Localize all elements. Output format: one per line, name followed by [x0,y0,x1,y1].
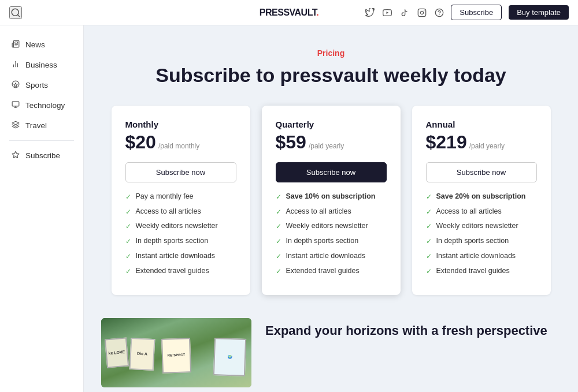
check-icon: ✓ [276,222,281,232]
svg-marker-2 [387,11,389,13]
feature-text: Weekly editors newsletter [136,221,218,232]
youtube-icon[interactable] [383,8,392,17]
feature-text: Access to all articles [286,207,351,217]
bottom-section-title: Expand your horizons with a fresh perspe… [265,323,561,339]
sidebar-item-travel[interactable]: Travel [0,115,83,136]
plan-price-row-quarterly: $59 /paid yearly [276,132,387,153]
feature-text: Pay a monthly fee [136,192,194,202]
feature-item: ✓Access to all articles [125,207,236,217]
instagram-icon[interactable] [417,8,427,17]
check-icon: ✓ [426,222,432,232]
feature-item: ✓Weekly editors newsletter [125,221,236,232]
feature-list-annual: ✓Save 20% on subscription ✓Access to all… [426,192,537,277]
twitter-icon[interactable] [365,8,375,17]
pricing-card-monthly: Monthly $20 /paid monthly Subscribe now … [112,106,250,295]
feature-text: Weekly editors newsletter [286,221,368,232]
subscribe-monthly-button[interactable]: Subscribe now [125,162,236,182]
feature-text: Instant article downloads [436,251,516,262]
plan-price-row-monthly: $20 /paid monthly [125,132,236,153]
feature-item: ✓Weekly editors newsletter [276,221,387,232]
feature-text: Access to all articles [136,207,201,217]
feature-text: Weekly editors newsletter [436,221,518,232]
logo-container: PRESSVAULT. [260,8,318,18]
feature-item: ✓Extended travel guides [276,266,387,277]
feature-text-bold: Save 20% on subscription [436,192,526,202]
check-icon: ✓ [125,252,131,262]
subscribe-annual-button[interactable]: Subscribe now [426,162,537,182]
plan-name-quarterly: Quarterly [276,120,387,129]
feature-item: ✓Extended travel guides [426,266,537,277]
business-icon [12,60,20,70]
feature-text: In depth sports section [436,236,509,247]
feature-item: ✓Instant article downloads [276,251,387,262]
svg-marker-14 [12,151,19,158]
plan-price-row-annual: $219 /paid yearly [426,132,537,153]
sidebar-item-travel-label: Travel [25,121,47,130]
plan-period-monthly: /paid monthly [158,142,199,150]
feature-text: Extended travel guides [286,266,360,277]
sidebar-item-news[interactable]: News [0,35,83,55]
search-button[interactable] [9,6,22,19]
plan-name-annual: Annual [426,120,537,129]
travel-icon [12,121,20,130]
social-icons [365,8,444,17]
feature-item: ✓In depth sports section [276,236,387,247]
subscribe-quarterly-button[interactable]: Subscribe now [276,162,387,182]
news-icon [12,40,20,50]
sidebar-item-technology[interactable]: Technology [0,95,83,115]
feature-item: ✓Pay a monthly fee [125,192,236,202]
check-icon: ✓ [276,267,281,277]
sidebar-item-business[interactable]: Business [0,55,83,75]
sidebar-divider [9,140,74,141]
sidebar-item-news-label: News [25,40,45,49]
check-icon: ✓ [426,237,432,247]
pricing-cards: Monthly $20 /paid monthly Subscribe now … [101,106,561,295]
feature-item: ✓Save 10% on subscription [276,192,387,202]
check-icon: ✓ [276,192,281,202]
pricing-label: Pricing [101,48,561,58]
pricing-card-quarterly: Quarterly $59 /paid yearly Subscribe now… [262,106,401,295]
bottom-section: ke LOVE Die A RE:SPECT 🌍 Expand your hor… [84,318,578,392]
layout: News Business Sports Technology Travel [0,25,578,392]
feature-item: ✓Extended travel guides [125,266,236,277]
feature-item: ✓Access to all articles [426,207,537,217]
check-icon: ✓ [125,222,131,232]
sidebar-item-business-label: Business [25,61,57,69]
plan-price-quarterly: $59 [276,132,306,153]
check-icon: ✓ [276,252,281,262]
feature-item: ✓Instant article downloads [125,251,236,262]
sidebar: News Business Sports Technology Travel [0,25,84,392]
svg-rect-11 [12,102,19,106]
technology-icon [12,100,20,110]
plan-name-monthly: Monthly [125,120,236,129]
sidebar-item-sports[interactable]: Sports [0,75,83,95]
help-icon[interactable] [435,8,444,17]
feature-item: ✓In depth sports section [426,236,537,247]
check-icon: ✓ [125,237,131,247]
check-icon: ✓ [125,267,131,277]
sidebar-item-subscribe[interactable]: Subscribe [0,145,83,166]
feature-item: ✓Save 20% on subscription [426,192,537,202]
feature-text: In depth sports section [286,236,359,247]
feature-text: Instant article downloads [136,251,216,262]
pricing-card-annual: Annual $219 /paid yearly Subscribe now ✓… [412,106,551,295]
sidebar-item-technology-label: Technology [25,101,65,110]
feature-text: Instant article downloads [286,251,366,262]
sidebar-item-subscribe-label: Subscribe [25,151,60,160]
subscribe-header-button[interactable]: Subscribe [451,5,502,20]
feature-item: ✓Weekly editors newsletter [426,221,537,232]
plan-period-quarterly: /paid yearly [309,142,344,150]
top-nav: PRESSVAULT. Subscribe Buy tem [0,0,578,25]
feature-text: In depth sports section [136,236,209,247]
tiktok-icon[interactable] [400,8,409,17]
plan-price-monthly: $20 [125,132,156,153]
plan-period-annual: /paid yearly [469,142,505,150]
subscribe-icon [12,151,20,160]
pricing-section: Pricing Subscribe to pressvault weekly t… [84,25,578,318]
feature-item: ✓Access to all articles [276,207,387,217]
buy-template-button[interactable]: Buy template [509,5,569,20]
plan-price-annual: $219 [426,132,467,153]
svg-point-10 [12,81,19,88]
check-icon: ✓ [125,207,131,217]
main-content: Pricing Subscribe to pressvault weekly t… [84,25,578,392]
